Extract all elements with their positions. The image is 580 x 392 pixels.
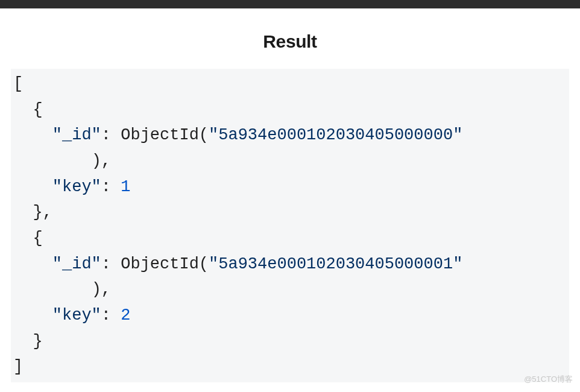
field-key-key: "key" [52, 306, 101, 324]
paren-close-comma: ), [92, 152, 111, 170]
brace-open: { [33, 229, 42, 247]
brace-close: } [33, 332, 42, 350]
objectid-func: ObjectId [121, 255, 199, 273]
indent [13, 101, 33, 119]
watermark-text: @51CTO博客 [524, 374, 573, 385]
colon: : [101, 126, 121, 144]
bracket-open: [ [13, 75, 23, 93]
brace-open: { [33, 101, 42, 119]
colon: : [101, 306, 121, 324]
indent [13, 332, 33, 350]
indent [13, 229, 33, 247]
top-bar [0, 0, 580, 8]
field-key-key: "key" [52, 178, 101, 196]
indent [13, 152, 92, 170]
field-value-num: 2 [121, 306, 130, 324]
indent [13, 280, 92, 299]
paren-close-comma: ), [92, 280, 111, 299]
field-value-num: 1 [121, 178, 130, 196]
objectid-value: "5a934e000102030405000000" [209, 126, 462, 144]
field-key-id: "_id" [52, 255, 101, 273]
paren-open: ( [199, 126, 209, 144]
objectid-value: "5a934e000102030405000001" [209, 255, 462, 273]
bracket-close: ] [13, 358, 23, 376]
indent [13, 178, 52, 196]
colon: : [101, 178, 121, 196]
indent [13, 126, 52, 144]
result-heading: Result [0, 31, 580, 52]
brace-close-comma: }, [33, 203, 52, 221]
field-key-id: "_id" [52, 126, 101, 144]
colon: : [101, 255, 121, 273]
objectid-func: ObjectId [121, 126, 199, 144]
indent [13, 306, 52, 324]
indent [13, 203, 33, 221]
content-area: Result [ { "_id": ObjectId("5a934e000102… [0, 31, 580, 382]
paren-open: ( [199, 255, 209, 273]
result-code-block: [ { "_id": ObjectId("5a934e0001020304050… [11, 69, 569, 382]
indent [13, 255, 52, 273]
